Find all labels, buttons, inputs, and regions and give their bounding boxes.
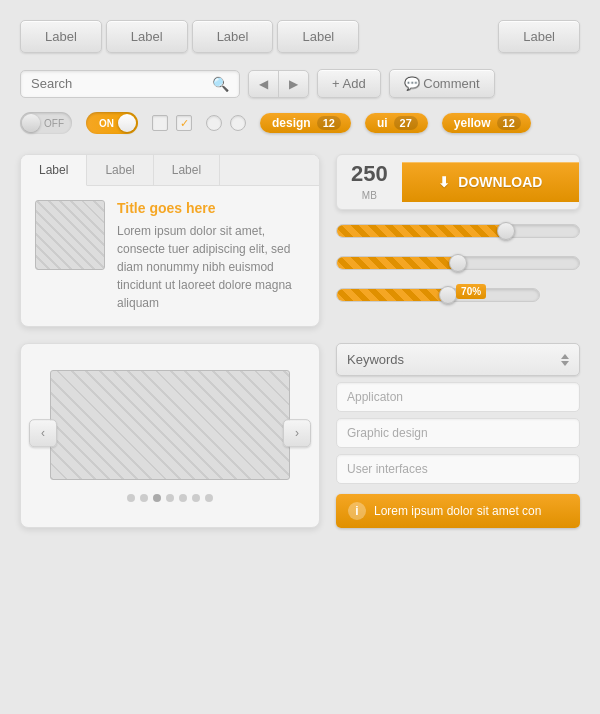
card-tab-1[interactable]: Label (21, 155, 87, 186)
alert-bar[interactable]: i Lorem ipsum dolor sit amet con (336, 494, 580, 528)
card-content: Title goes here Lorem ipsum dolor sit am… (21, 186, 319, 326)
progress-label: 70% (456, 284, 486, 299)
toggle-off-label: OFF (44, 118, 64, 129)
card-tab-3[interactable]: Label (154, 155, 220, 185)
card-tabs: Label Label Label (21, 155, 319, 186)
controls-row: OFF ON ✓ design 12 ui 27 yellow 12 (20, 112, 580, 134)
toggle-off[interactable]: OFF (20, 112, 72, 134)
nav-prev-button[interactable]: ◀ (249, 71, 279, 97)
download-panel: 250 MB ⬇ DOWNLOAD (336, 154, 580, 327)
toggle-on[interactable]: ON (86, 112, 138, 134)
slider-1-fill (337, 225, 506, 237)
progress-slider: 70% (336, 288, 540, 302)
checkbox-group: ✓ (152, 115, 192, 131)
nav-next-button[interactable]: ▶ (279, 71, 308, 97)
tab-label-3[interactable]: Label (192, 20, 274, 53)
search-row: 🔍 ◀ ▶ + Add 💬 Comment (20, 69, 580, 98)
slider-1 (336, 224, 580, 238)
tab-label-4[interactable]: Label (277, 20, 359, 53)
dot-6[interactable] (192, 494, 200, 502)
keywords-select[interactable]: Keywords (336, 343, 580, 376)
slider-1-track[interactable] (336, 224, 580, 238)
list-item-2[interactable]: Graphic design (336, 418, 580, 448)
download-icon: ⬇ (438, 174, 450, 190)
dot-2[interactable] (140, 494, 148, 502)
keywords-label: Keywords (347, 352, 404, 367)
tag-ui-count: 27 (394, 116, 418, 130)
radio-2[interactable] (230, 115, 246, 131)
card-tab-2[interactable]: Label (87, 155, 153, 185)
carousel-prev-button[interactable]: ‹ (29, 419, 57, 447)
carousel-next-button[interactable]: › (283, 419, 311, 447)
dot-5[interactable] (179, 494, 187, 502)
slider-1-thumb[interactable] (497, 222, 515, 240)
search-icon[interactable]: 🔍 (212, 76, 229, 92)
dot-4[interactable] (166, 494, 174, 502)
card-text: Title goes here Lorem ipsum dolor sit am… (117, 200, 305, 312)
right-panel: Keywords Applicaton Graphic design User … (336, 343, 580, 528)
tab-label-right[interactable]: Label (498, 20, 580, 53)
size-number: 250 (351, 161, 388, 187)
tag-design-label: design (272, 116, 311, 130)
carousel-panel: ‹ › (20, 343, 320, 528)
tag-design-count: 12 (317, 116, 341, 130)
tag-yellow-label: yellow (454, 116, 491, 130)
card-title: Title goes here (117, 200, 305, 216)
tag-ui[interactable]: ui 27 (365, 113, 428, 133)
bottom-area: ‹ › Keywords Applicaton Graphic design U… (20, 343, 580, 528)
search-box[interactable]: 🔍 (20, 70, 240, 98)
size-unit: MB (362, 190, 377, 201)
card-body: Lorem ipsum dolor sit amet, consecte tue… (117, 222, 305, 312)
tab-label-1[interactable]: Label (20, 20, 102, 53)
dot-1[interactable] (127, 494, 135, 502)
progress-track[interactable]: 70% (336, 288, 540, 302)
toggle-on-label: ON (99, 118, 114, 129)
top-tab-bar: Label Label Label Label Label (20, 20, 580, 53)
carousel-image (50, 370, 290, 480)
tag-design[interactable]: design 12 (260, 113, 351, 133)
toggle-on-knob (118, 114, 136, 132)
tag-ui-label: ui (377, 116, 388, 130)
main-area: Label Label Label Title goes here Lorem … (20, 154, 580, 327)
nav-buttons: ◀ ▶ (248, 70, 309, 98)
alert-icon: i (348, 502, 366, 520)
slider-2-thumb[interactable] (449, 254, 467, 272)
slider-2-track[interactable] (336, 256, 580, 270)
slider-2-fill (337, 257, 458, 269)
checkbox-checked[interactable]: ✓ (176, 115, 192, 131)
dot-7[interactable] (205, 494, 213, 502)
download-btn-row: 250 MB ⬇ DOWNLOAD (336, 154, 580, 210)
dot-3[interactable] (153, 494, 161, 502)
card-thumbnail (35, 200, 105, 270)
download-label: DOWNLOAD (458, 174, 542, 190)
alert-text: Lorem ipsum dolor sit amet con (374, 504, 541, 518)
tab-label-2[interactable]: Label (106, 20, 188, 53)
carousel-dots (127, 494, 213, 502)
add-button[interactable]: + Add (317, 69, 381, 98)
search-input[interactable] (31, 76, 212, 91)
toggle-off-knob (22, 114, 40, 132)
tag-yellow-count: 12 (497, 116, 521, 130)
arrow-down-icon (561, 361, 569, 366)
slider-2 (336, 256, 580, 270)
progress-fill (337, 289, 448, 301)
progress-thumb[interactable]: 70% (439, 286, 457, 304)
arrow-up-icon (561, 354, 569, 359)
list-item-1[interactable]: Applicaton (336, 382, 580, 412)
select-arrow-icon (561, 354, 569, 366)
download-button[interactable]: ⬇ DOWNLOAD (402, 162, 579, 202)
radio-1[interactable] (206, 115, 222, 131)
size-display: 250 MB (337, 155, 402, 209)
card-panel: Label Label Label Title goes here Lorem … (20, 154, 320, 327)
list-item-3[interactable]: User interfaces (336, 454, 580, 484)
checkbox-unchecked[interactable] (152, 115, 168, 131)
tag-yellow[interactable]: yellow 12 (442, 113, 531, 133)
comment-button[interactable]: 💬 Comment (389, 69, 495, 98)
radio-group (206, 115, 246, 131)
